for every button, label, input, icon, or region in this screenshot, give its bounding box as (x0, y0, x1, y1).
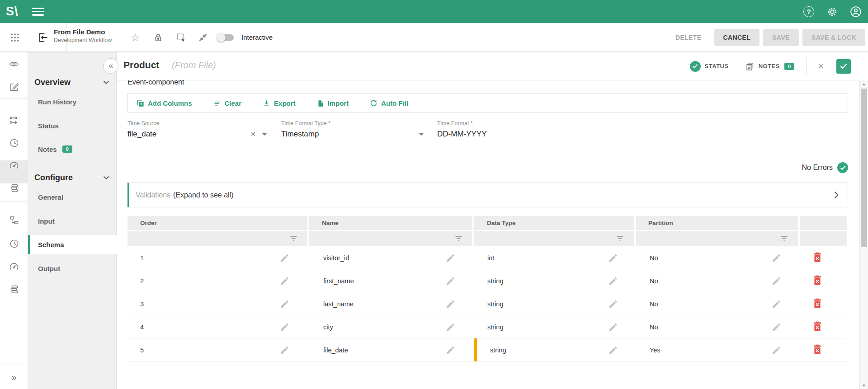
filter-icon[interactable] (780, 235, 788, 241)
edit-pencil-icon[interactable] (445, 276, 456, 286)
divider (0, 365, 28, 365)
sidebar-item-input[interactable]: Input (28, 211, 117, 230)
edit-pencil-icon[interactable] (771, 276, 782, 286)
delete-row-icon[interactable] (812, 275, 823, 287)
select-area-icon[interactable] (175, 32, 187, 43)
edit-pencil-icon[interactable] (771, 322, 782, 333)
dropdown-caret-icon[interactable] (419, 133, 424, 136)
delete-row-icon[interactable] (812, 298, 823, 310)
edit-pencil-icon[interactable] (445, 299, 456, 309)
column-header-actions (800, 216, 847, 230)
lock-icon[interactable] (152, 32, 164, 43)
dashboard-gauge-icon[interactable] (0, 258, 28, 276)
time-format-type-value[interactable]: Timestamp (281, 130, 319, 139)
import-button[interactable]: Import (316, 99, 349, 108)
nav-section-configure[interactable]: Configure (28, 169, 117, 187)
workflow-title: From File Demo (54, 28, 112, 36)
edit-pencil-icon[interactable] (445, 322, 456, 333)
layers-icon[interactable] (0, 179, 28, 197)
delete-row-icon[interactable] (812, 252, 823, 264)
edit-pencil-icon[interactable] (279, 345, 290, 356)
collapse-panel-button[interactable]: « (103, 58, 118, 74)
gear-icon[interactable] (826, 6, 838, 18)
notes-label[interactable]: NOTES (759, 63, 780, 70)
edit-icon[interactable] (0, 78, 28, 96)
clear-button[interactable]: Clear (213, 99, 242, 108)
validations-accordion[interactable]: Validations (Expand to see all) (127, 183, 848, 207)
edit-pencil-icon[interactable] (608, 253, 618, 263)
edit-pencil-icon[interactable] (771, 299, 782, 309)
delete-button[interactable]: DELETE (666, 29, 711, 46)
dashboard-gauge-icon[interactable] (0, 156, 28, 174)
edit-pencil-icon[interactable] (445, 345, 456, 356)
layers-icon[interactable] (0, 280, 28, 298)
pipeline-icon[interactable] (0, 111, 28, 129)
edit-pencil-icon[interactable] (771, 345, 782, 356)
edit-pencil-icon[interactable] (279, 276, 290, 286)
close-panel-icon[interactable]: ✕ (817, 61, 825, 71)
cell-partition: No (650, 246, 658, 269)
help-icon[interactable]: ? (803, 6, 815, 18)
panel-title: Product (123, 60, 159, 70)
hamburger-menu-icon[interactable] (32, 8, 44, 16)
sidebar-item-schema[interactable]: Schema (28, 235, 117, 254)
edit-pencil-icon[interactable] (279, 299, 290, 309)
time-source-value[interactable]: file_date (127, 130, 156, 139)
edit-pencil-icon[interactable] (608, 322, 618, 333)
scrollbar-thumb[interactable] (861, 89, 867, 247)
scroll-down-icon[interactable]: ▼ (860, 382, 868, 389)
workflow-subtitle: Development Workflow (54, 37, 112, 43)
nav-section-overview[interactable]: Overview (28, 73, 117, 91)
divider (0, 201, 28, 202)
sidebar-item-output[interactable]: Output (28, 259, 117, 278)
edit-pencil-icon[interactable] (445, 253, 456, 263)
sidebar-item-status[interactable]: Status (28, 116, 117, 135)
filter-icon[interactable] (290, 235, 297, 241)
delete-row-icon[interactable] (812, 321, 823, 333)
scroll-up-icon[interactable]: ▲ (860, 80, 868, 88)
no-errors-status: No Errors (802, 162, 848, 173)
save-button[interactable]: SAVE (763, 29, 799, 46)
cell-order: 2 (140, 269, 144, 292)
filter-icon[interactable] (455, 235, 462, 241)
history-icon[interactable] (0, 134, 28, 152)
time-source-field[interactable]: Time Source file_date ✕ (127, 120, 267, 143)
add-columns-button[interactable]: Add Columns (136, 99, 192, 108)
edit-pencil-icon[interactable] (279, 322, 290, 333)
confirm-button[interactable] (836, 59, 851, 74)
visibility-icon[interactable] (0, 55, 28, 73)
chevron-right-icon (834, 191, 839, 199)
account-icon[interactable] (850, 6, 862, 18)
time-format-type-field[interactable]: Time Format Type * Timestamp (281, 120, 424, 143)
export-button[interactable]: Export (262, 99, 296, 108)
dropdown-caret-icon[interactable] (262, 133, 267, 136)
edit-pencil-icon[interactable] (608, 276, 618, 286)
auto-fill-button[interactable]: Auto Fill (369, 99, 408, 108)
edit-pencil-icon[interactable] (279, 253, 290, 263)
edit-pencil-icon[interactable] (771, 253, 782, 263)
sidebar-item-run-history[interactable]: Run History (28, 92, 117, 111)
edit-pencil-icon[interactable] (608, 345, 618, 356)
save-and-lock-button[interactable]: SAVE & LOCK (802, 29, 865, 46)
interactive-toggle[interactable] (217, 34, 234, 41)
cancel-button[interactable]: CANCEL (714, 29, 760, 46)
filter-icon[interactable] (616, 235, 624, 241)
history-icon[interactable] (0, 234, 28, 253)
column-header-label: Name (322, 220, 339, 226)
cell-name: city (323, 315, 333, 338)
time-format-field[interactable]: Time Format * DD-MM-YYYY (437, 120, 579, 143)
sidebar-item-general[interactable]: General (28, 187, 117, 206)
expand-rail-icon[interactable]: » (0, 368, 28, 386)
flow-tree-icon[interactable] (0, 211, 28, 229)
apps-grid-icon[interactable] (10, 33, 20, 42)
exit-workflow-icon[interactable] (37, 32, 49, 43)
time-format-value[interactable]: DD-MM-YYYY (437, 130, 487, 139)
delete-row-icon[interactable] (812, 344, 823, 356)
clear-value-icon[interactable]: ✕ (250, 131, 256, 138)
status-label[interactable]: STATUS (705, 63, 729, 70)
column-header-partition: Partition (636, 216, 798, 230)
sidebar-item-notes[interactable]: Notes 0 (28, 140, 117, 159)
edit-pencil-icon[interactable] (608, 299, 618, 309)
collapse-view-icon[interactable] (197, 32, 209, 43)
favorite-star-icon[interactable]: ☆ (129, 32, 141, 43)
